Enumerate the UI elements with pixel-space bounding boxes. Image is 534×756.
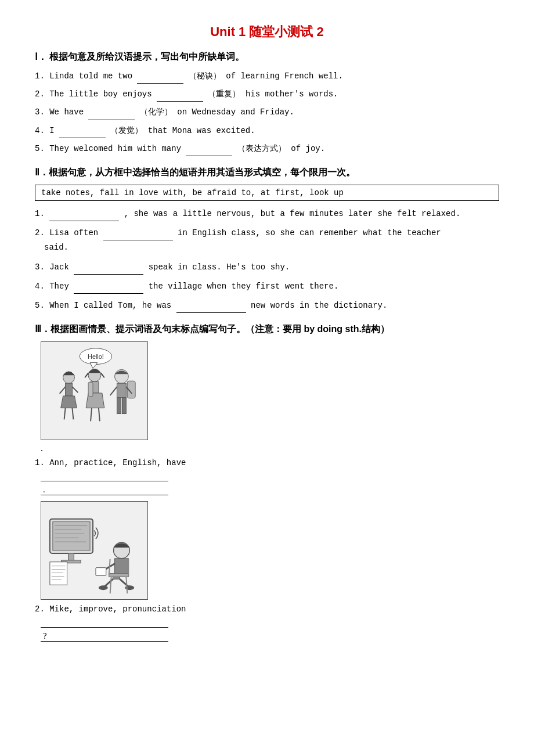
section-3: Ⅲ．根据图画情景、提示词语及句末标点编写句子。（注意：要用 by doing s… xyxy=(35,323,499,642)
s1-q1-pre: Linda told me two xyxy=(49,71,132,81)
svg-text:Hello!: Hello! xyxy=(88,353,104,360)
s1-q5-post: of joy. xyxy=(291,144,325,153)
s2-q3-blank xyxy=(74,274,143,275)
svg-rect-43 xyxy=(115,559,129,575)
page-title: Unit 1 随堂小测试 2 xyxy=(35,23,499,41)
s2-q2-num: 2. Lisa often xyxy=(35,228,98,237)
s1-q4-num: 4. xyxy=(35,126,45,135)
s1-q1-num: 1. xyxy=(35,71,45,81)
s2-q2-post: in English class, so she can remember wh… xyxy=(178,228,441,237)
s1-q3-pre: We have xyxy=(49,107,84,117)
s1-q5-blank xyxy=(186,156,232,156)
section-2-questions: 1. , she was a little nervous, but a few… xyxy=(35,207,499,313)
phrase-box: take notes, fall in love with, be afraid… xyxy=(35,185,499,201)
section-2: Ⅱ．根据句意，从方框中选择恰当的短语并用其适当形式填空，每个限用一次。 take… xyxy=(35,167,499,313)
svg-rect-51 xyxy=(109,574,129,577)
s1-q5: 5. They welcomed him with many （表达方式） of… xyxy=(35,142,499,156)
s1-q2-hint: （重复） xyxy=(208,89,240,99)
svg-rect-20 xyxy=(117,383,127,398)
svg-marker-6 xyxy=(61,396,77,408)
s1-q5-hint: （表达方式） xyxy=(237,144,286,153)
s2-q5-blank xyxy=(176,312,246,313)
s2-q3-num: 3. Jack xyxy=(35,262,69,272)
svg-rect-18 xyxy=(88,382,93,397)
svg-rect-21 xyxy=(117,398,121,414)
s3-answer-1b xyxy=(41,485,168,495)
s1-q3: 3. We have （化学） on Wednesday and Friday. xyxy=(35,105,499,120)
s1-q3-blank xyxy=(88,120,135,120)
section-3-header: Ⅲ．根据图画情景、提示词语及句末标点编写句子。（注意：要用 by doing s… xyxy=(35,323,499,336)
s2-q1: 1. , she was a little nervous, but a few… xyxy=(35,207,499,221)
s1-q1-post: of learning French well. xyxy=(226,71,343,81)
s2-q1-blank xyxy=(49,221,119,221)
s2-q1-post: , she was a little nervous, but a few mi… xyxy=(124,209,461,218)
svg-rect-22 xyxy=(122,398,126,414)
section-3-dot: . xyxy=(41,443,499,453)
s2-q4-num: 4. They xyxy=(35,282,69,291)
svg-rect-34 xyxy=(68,553,74,560)
svg-rect-5 xyxy=(66,383,73,396)
s1-q1: 1. Linda told me two （秘诀） of learning Fr… xyxy=(35,69,499,84)
s2-q5: 5. When I called Tom, he was new words i… xyxy=(35,298,499,313)
s2-q2-said: said. xyxy=(44,240,499,255)
s1-q2-pre: The little boy enjoys xyxy=(49,89,151,99)
section-2-header: Ⅱ．根据句意，从方框中选择恰当的短语并用其适当形式填空，每个限用一次。 xyxy=(35,167,499,179)
s1-q5-num: 5. xyxy=(35,144,45,153)
s2-q4-post: the village when they first went there. xyxy=(149,282,339,291)
s1-q3-hint: （化学） xyxy=(140,107,172,117)
s1-q2-blank xyxy=(157,101,203,102)
s3-prompt-1: 1. Ann, practice, English, have xyxy=(35,458,499,467)
s2-q1-num: 1. xyxy=(35,209,45,218)
s3-answer-1a xyxy=(41,471,168,481)
svg-rect-50 xyxy=(96,568,106,576)
s2-q4: 4. They the village when they first went… xyxy=(35,279,499,294)
s1-q3-num: 3. xyxy=(35,107,45,117)
s1-q2-num: 2. xyxy=(35,89,45,99)
s1-q4-post: that Mona was excited. xyxy=(148,126,255,135)
s1-q4-blank xyxy=(59,138,106,138)
s2-q3: 3. Jack speak in class. He's too shy. xyxy=(35,260,499,275)
s1-q2-post: his mother's words. xyxy=(246,89,338,99)
s2-q3-post: speak in class. He's too shy. xyxy=(149,262,290,272)
s2-q5-post: new words in the dictionary. xyxy=(251,301,387,310)
s3-answer-2b xyxy=(41,631,168,642)
s3-answer-2a xyxy=(41,617,168,628)
s1-q4-hint: （发觉） xyxy=(110,126,143,135)
s1-q2: 2. The little boy enjoys （重复） his mother… xyxy=(35,87,499,102)
s1-q3-post: on Wednesday and Friday. xyxy=(177,107,294,117)
svg-rect-36 xyxy=(50,562,67,585)
s1-q5-pre: They welcomed him with many xyxy=(49,144,181,153)
s2-q2-blank xyxy=(103,240,173,240)
image-2-boy-tv xyxy=(41,501,148,600)
s1-q4: 4. I （发觉） that Mona was excited. xyxy=(35,124,499,138)
s2-q2: 2. Lisa often in English class, so she c… xyxy=(35,226,499,255)
image-1-students: Hello! xyxy=(41,341,148,440)
svg-point-47 xyxy=(99,585,108,590)
s2-q4-blank xyxy=(74,293,143,294)
s1-q1-hint: （秘诀） xyxy=(189,71,221,81)
section-1: Ⅰ． 根据句意及所给汉语提示，写出句中所缺单词。 1. Linda told m… xyxy=(35,51,499,156)
section-1-header: Ⅰ． 根据句意及所给汉语提示，写出句中所缺单词。 xyxy=(35,51,499,63)
s2-q5-num: 5. When I called Tom, he was xyxy=(35,301,171,310)
s1-q1-blank xyxy=(137,83,183,84)
s3-prompt-2: 2. Mike, improve, pronunciation xyxy=(35,604,499,614)
s1-q4-pre: I xyxy=(49,126,54,135)
